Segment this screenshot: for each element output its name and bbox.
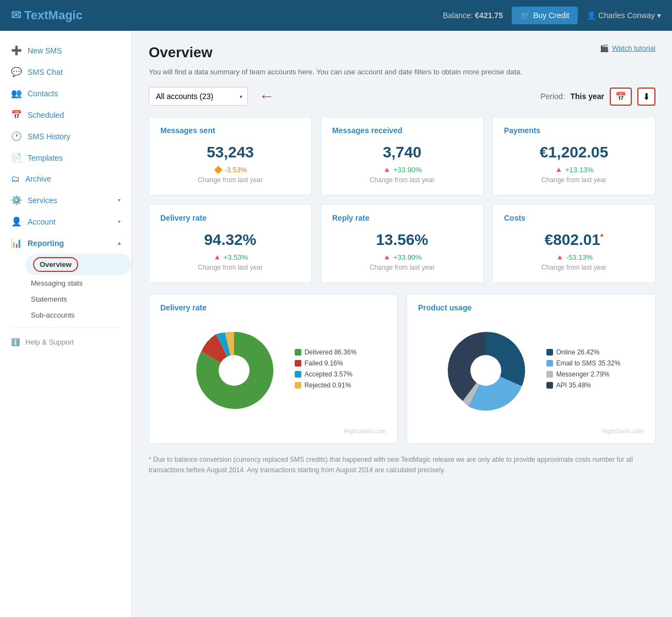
- rejected-color: [295, 382, 301, 389]
- email-to-sms-label: Email to SMS 35.32%: [556, 359, 621, 367]
- stat-sublabel-payments: Change from last year: [504, 176, 644, 184]
- product-chart-legend: Online 26.42% Email to SMS 35.32% Messen…: [546, 348, 621, 392]
- sidebar-item-overview[interactable]: Overview: [25, 254, 132, 275]
- export-button[interactable]: ⬇: [637, 88, 655, 106]
- sidebar-item-sms-history[interactable]: 🕐 SMS History: [0, 125, 132, 147]
- change-icon-reply-rate: 🔺: [382, 253, 391, 261]
- online-color: [546, 349, 553, 356]
- messaging-stats-label: Messaging stats: [31, 279, 83, 287]
- watch-tutorial-link[interactable]: 🎬 Watch tutorial: [600, 44, 655, 52]
- sidebar-item-contacts[interactable]: 👥 Contacts: [0, 83, 132, 104]
- sidebar-label-scheduled: Scheduled: [28, 111, 64, 119]
- sidebar-label-sms-history: SMS History: [28, 132, 71, 141]
- user-icon: 👤: [587, 11, 596, 20]
- period-label: Period:: [540, 92, 565, 101]
- stat-sublabel-costs: Change from last year: [504, 264, 644, 271]
- help-label: Help & Support: [25, 338, 74, 346]
- accepted-label: Accepted 3.57%: [305, 370, 353, 378]
- change-icon-payments: 🔺: [554, 166, 563, 174]
- download-icon: ⬇: [643, 92, 650, 101]
- email-sms-color: [546, 360, 553, 367]
- stat-card-costs: Costs €802.01* 🔺 -53.13% Change from las…: [492, 204, 655, 283]
- delivery-chart-legend: Delivered 86.36% Failed 9.16% Accepted 3…: [295, 348, 357, 392]
- sidebar-item-services[interactable]: ⚙️ Services ▾: [0, 189, 132, 211]
- reporting-icon: 📊: [11, 238, 22, 248]
- messenger-color: [546, 371, 553, 378]
- page-description: You will find a data summary of team acc…: [149, 68, 655, 76]
- stat-change-reply-rate: 🔺 +33.90%: [332, 253, 472, 261]
- stat-card-delivery-rate: Delivery rate 94.32% 🔺 +3.53% Change fro…: [149, 204, 312, 283]
- account-select[interactable]: All accounts (23): [149, 87, 248, 106]
- sidebar-item-messaging-stats[interactable]: Messaging stats: [25, 275, 132, 291]
- accepted-color: [295, 371, 301, 378]
- product-usage-chart-card: Product usage: [407, 294, 655, 444]
- period-value: This year: [571, 92, 604, 101]
- template-icon: 📄: [11, 152, 22, 163]
- filter-right: Period: This year 📅 ⬇: [540, 88, 655, 106]
- delivery-chart-title: Delivery rate: [160, 303, 386, 312]
- sub-accounts-label: Sub-accounts: [31, 311, 75, 319]
- watch-tutorial-label: Watch tutorial: [612, 44, 655, 52]
- stats-grid: Messages sent 53,243 🔶 -3.53% Change fro…: [149, 117, 655, 283]
- header-right: Balance: €421.75 🛒 Buy Credit 👤 Charles …: [443, 7, 661, 24]
- overview-label: Overview: [33, 257, 78, 272]
- sidebar-label-sms-chat: SMS Chat: [28, 68, 63, 77]
- product-chart-content: Online 26.42% Email to SMS 35.32% Messen…: [418, 321, 644, 425]
- legend-api: API 35.48%: [546, 381, 621, 389]
- stat-title-messages-received: Messages received: [332, 126, 472, 135]
- delivery-chart-content: Delivered 86.36% Failed 9.16% Accepted 3…: [160, 321, 386, 425]
- sidebar-label-services: Services: [28, 196, 57, 205]
- account-icon: 👤: [11, 216, 22, 227]
- calendar-icon: 📅: [11, 110, 22, 120]
- sidebar-label-contacts: Contacts: [28, 89, 58, 98]
- legend-accepted: Accepted 3.57%: [295, 370, 357, 378]
- stat-change-delivery-rate: 🔺 +3.53%: [160, 253, 300, 261]
- sidebar-item-account[interactable]: 👤 Account ▾: [0, 211, 132, 232]
- delivered-label: Delivered 86.36%: [305, 348, 357, 356]
- failed-label: Failed 9.16%: [305, 359, 343, 367]
- stat-value-messages-sent: 53,243: [160, 144, 300, 161]
- layout: ➕ New SMS 💬 SMS Chat 👥 Contacts 📅 Schedu…: [0, 31, 672, 617]
- sidebar-item-new-sms[interactable]: ➕ New SMS: [0, 40, 132, 61]
- sidebar-item-sms-chat[interactable]: 💬 SMS Chat: [0, 61, 132, 83]
- page-header: Overview 🎬 Watch tutorial: [149, 44, 655, 61]
- sidebar-item-scheduled[interactable]: 📅 Scheduled: [0, 104, 132, 125]
- info-icon: ℹ️: [11, 338, 20, 346]
- user-name: Charles Conway: [598, 11, 655, 20]
- chevron-services-icon: ▾: [118, 197, 121, 203]
- filter-left: All accounts (23) ▾ ←: [149, 87, 274, 106]
- page-title: Overview: [149, 44, 213, 61]
- messenger-label: Messenger 2.79%: [556, 370, 610, 378]
- sidebar-item-templates[interactable]: 📄 Templates: [0, 147, 132, 168]
- balance-display: Balance: €421.75: [443, 11, 503, 20]
- archive-icon: 🗂: [11, 174, 20, 184]
- chevron-down-icon: ▾: [657, 11, 661, 20]
- sidebar-item-reporting[interactable]: 📊 Reporting ▴: [0, 232, 132, 254]
- legend-online: Online 26.42%: [546, 348, 621, 356]
- sidebar-item-statements[interactable]: Statements: [25, 291, 132, 307]
- reporting-submenu: Overview Messaging stats Statements Sub-…: [0, 254, 132, 323]
- sidebar-label-reporting: Reporting: [28, 239, 64, 248]
- legend-email-to-sms: Email to SMS 35.32%: [546, 359, 621, 367]
- balance-value: €421.75: [475, 11, 503, 20]
- buy-credit-label: Buy Credit: [533, 11, 569, 20]
- change-value-messages-received: +33.90%: [393, 166, 422, 174]
- sidebar-item-sub-accounts[interactable]: Sub-accounts: [25, 307, 132, 323]
- sidebar-label-archive: Archive: [25, 174, 51, 183]
- change-icon-costs: 🔺: [555, 253, 564, 261]
- video-icon: 🎬: [600, 44, 609, 52]
- change-icon-delivery-rate: 🔺: [213, 253, 221, 261]
- sidebar-help[interactable]: ℹ️ Help & Support: [0, 332, 132, 352]
- stat-title-costs: Costs: [504, 214, 644, 222]
- cart-icon: 🛒: [521, 11, 530, 20]
- svg-point-0: [219, 355, 250, 386]
- calendar-picker-button[interactable]: 📅: [610, 88, 632, 106]
- stat-title-messages-sent: Messages sent: [160, 126, 300, 135]
- logo: ✉ TextMagic: [11, 8, 83, 23]
- change-value-reply-rate: +33.90%: [393, 253, 422, 261]
- account-select-wrapper: All accounts (23) ▾: [149, 87, 248, 106]
- user-menu[interactable]: 👤 Charles Conway ▾: [587, 11, 661, 20]
- sidebar-item-archive[interactable]: 🗂 Archive: [0, 168, 132, 189]
- rejected-label: Rejected 0.91%: [305, 381, 351, 389]
- buy-credit-button[interactable]: 🛒 Buy Credit: [512, 7, 578, 24]
